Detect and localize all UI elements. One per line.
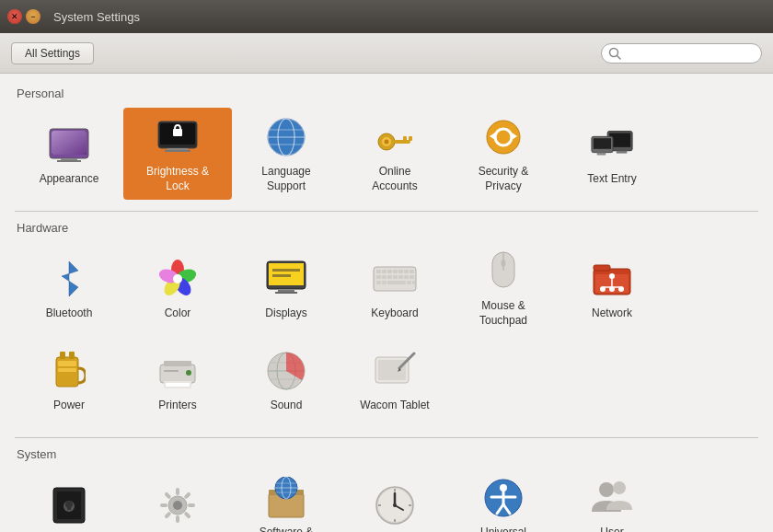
wacom-tablet-label: Wacom Tablet <box>360 399 429 413</box>
svg-rect-111 <box>183 512 190 519</box>
svg-rect-79 <box>69 352 75 359</box>
svg-rect-23 <box>409 136 412 141</box>
svg-rect-52 <box>410 270 414 273</box>
universal-access-icon <box>481 476 525 520</box>
svg-rect-29 <box>617 151 628 154</box>
system-grid: Backups <box>15 468 758 532</box>
settings-item-color[interactable]: Color <box>123 242 232 334</box>
minimize-button[interactable]: − <box>26 9 40 24</box>
settings-item-security-privacy[interactable]: Security &Privacy <box>449 108 558 200</box>
svg-rect-59 <box>410 275 414 279</box>
svg-rect-105 <box>176 515 179 523</box>
svg-rect-110 <box>164 492 171 499</box>
svg-point-20 <box>385 140 389 145</box>
settings-item-bluetooth[interactable]: Bluetooth <box>15 242 123 334</box>
svg-rect-11 <box>165 150 190 152</box>
settings-item-sound[interactable]: Sound <box>232 334 340 426</box>
power-label: Power <box>53 399 85 413</box>
main-content: Personal <box>0 74 773 532</box>
settings-item-keyboard[interactable]: Keyboard <box>340 242 449 334</box>
color-label: Color <box>165 306 191 321</box>
svg-rect-42 <box>272 274 291 277</box>
software-updates-icon <box>264 476 308 520</box>
settings-item-language-support[interactable]: LanguageSupport <box>232 108 340 200</box>
bluetooth-icon <box>47 257 91 301</box>
settings-item-user-accounts[interactable]: UserAccounts <box>558 468 666 532</box>
svg-rect-21 <box>394 140 410 144</box>
section-system: System Backups <box>15 447 758 532</box>
settings-item-printers[interactable]: Printers <box>123 334 232 426</box>
settings-item-power[interactable]: Power <box>15 334 123 426</box>
appearance-icon <box>47 122 91 167</box>
svg-rect-48 <box>387 270 392 273</box>
svg-rect-6 <box>57 160 81 162</box>
svg-rect-60 <box>376 281 381 284</box>
svg-rect-104 <box>176 488 179 495</box>
svg-rect-80 <box>58 361 76 366</box>
window-controls: ✕ − <box>7 9 40 24</box>
settings-item-software-updates[interactable]: Software &Updates <box>232 468 340 532</box>
svg-point-76 <box>618 286 624 292</box>
universal-access-label: UniversalAccess <box>480 526 526 532</box>
svg-rect-4 <box>52 131 87 155</box>
power-icon <box>47 349 91 393</box>
search-wrapper <box>601 43 762 64</box>
settings-item-details[interactable]: Details <box>123 468 232 532</box>
settings-item-text-entry[interactable]: Text Entry <box>558 108 666 200</box>
text-entry-icon <box>590 122 634 167</box>
settings-item-displays[interactable]: Displays <box>232 242 340 334</box>
settings-item-time-date[interactable]: Time & Date <box>340 468 449 532</box>
svg-rect-55 <box>387 275 392 279</box>
settings-item-brightness-lock[interactable]: Brightness &Lock <box>123 108 232 200</box>
brightness-lock-icon <box>156 115 200 159</box>
svg-point-74 <box>600 286 606 292</box>
svg-rect-57 <box>398 275 403 279</box>
language-support-icon <box>264 115 308 159</box>
svg-point-75 <box>609 286 615 292</box>
online-accounts-label: OnlineAccounts <box>372 165 417 193</box>
printers-label: Printers <box>158 399 196 413</box>
svg-rect-31 <box>594 138 611 149</box>
settings-item-appearance[interactable]: Appearance <box>15 108 123 200</box>
svg-rect-87 <box>164 370 179 372</box>
svg-point-38 <box>173 274 182 283</box>
svg-point-124 <box>393 503 397 507</box>
svg-point-135 <box>599 482 614 497</box>
svg-rect-81 <box>58 368 76 372</box>
appearance-label: Appearance <box>40 172 99 187</box>
svg-rect-107 <box>188 503 195 507</box>
settings-item-online-accounts[interactable]: OnlineAccounts <box>340 108 449 200</box>
settings-item-backups[interactable]: Backups <box>15 468 123 532</box>
settings-item-network[interactable]: Network <box>558 242 666 334</box>
all-settings-button[interactable]: All Settings <box>11 42 94 64</box>
settings-item-mouse-touchpad[interactable]: Mouse &Touchpad <box>449 242 558 334</box>
displays-icon <box>264 257 308 301</box>
svg-rect-9 <box>173 129 182 136</box>
search-input[interactable] <box>601 43 762 64</box>
settings-item-wacom-tablet[interactable]: Wacom Tablet <box>340 334 449 426</box>
bluetooth-label: Bluetooth <box>46 306 93 321</box>
search-icon <box>608 47 621 60</box>
svg-rect-85 <box>166 383 190 387</box>
section-title-personal: Personal <box>15 87 758 100</box>
section-title-system: System <box>15 447 758 461</box>
color-icon <box>156 257 200 301</box>
svg-point-103 <box>173 501 182 510</box>
svg-rect-101 <box>67 504 71 510</box>
printers-icon <box>156 349 200 393</box>
wacom-tablet-icon <box>373 349 417 393</box>
svg-rect-41 <box>272 269 300 272</box>
details-icon <box>156 483 200 527</box>
security-privacy-label: Security &Privacy <box>479 165 529 193</box>
svg-rect-69 <box>594 265 610 271</box>
settings-item-universal-access[interactable]: UniversalAccess <box>449 468 558 532</box>
mouse-touchpad-icon <box>481 249 525 294</box>
svg-point-86 <box>186 370 191 376</box>
backups-icon <box>47 483 91 527</box>
svg-rect-64 <box>412 281 415 284</box>
svg-rect-32 <box>597 153 606 156</box>
svg-point-73 <box>609 273 615 279</box>
close-button[interactable]: ✕ <box>7 9 22 24</box>
network-label: Network <box>592 306 632 321</box>
software-updates-label: Software &Updates <box>260 526 314 532</box>
